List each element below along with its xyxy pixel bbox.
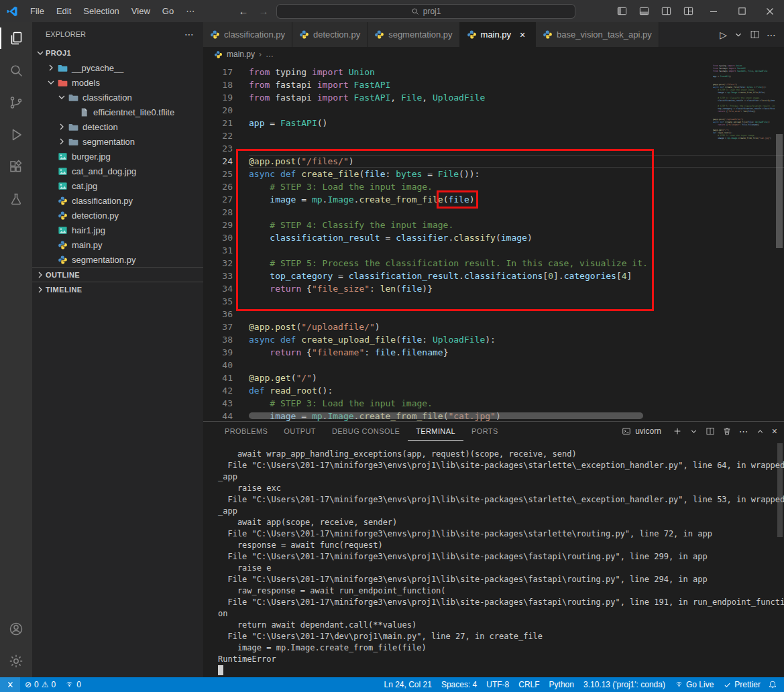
chevron-right-icon [35,270,46,280]
tab-base_vision_task_api.py[interactable]: base_vision_task_api.py [536,22,659,47]
horizontal-scrollbar[interactable] [249,412,643,419]
tree-item-burger.jpg[interactable]: burger.jpg [32,149,203,164]
tab-detection.py[interactable]: detection.py [292,22,368,47]
menu-more-icon[interactable]: ⋯ [180,0,201,22]
activity-search[interactable] [0,54,32,86]
menu-view[interactable]: View [125,0,156,22]
tree-item-main.py[interactable]: main.py [32,237,203,252]
tree-item-label: classification.py [72,196,133,206]
tree-item-efficientnet_lite0.tflite[interactable]: efficientnet_lite0.tflite [32,105,203,119]
project-root[interactable]: PROJ1 [32,46,203,60]
status-eol[interactable]: CRLF [514,680,544,689]
python-icon [56,239,68,250]
breadcrumb-more[interactable]: … [266,50,274,59]
activity-source-control[interactable] [0,86,32,119]
terminal-scrollbar[interactable] [777,443,783,537]
terminal-line: RuntimeError [218,654,784,665]
tree-item-__pycache__[interactable]: __pycache__ [32,60,203,75]
panel-tab-debug-console[interactable]: DEBUG CONSOLE [324,422,408,441]
status-python-interpreter[interactable]: 3.10.13 ('proj1': conda) [579,680,670,689]
toggle-secondary-sidebar-icon[interactable] [655,0,677,22]
more-actions-icon[interactable]: ⋯ [767,30,776,40]
menu-file[interactable]: File [24,0,50,22]
chevron-down-icon[interactable] [689,427,698,436]
section-timeline[interactable]: TIMELINE [32,282,203,296]
tree-item-detection.py[interactable]: detection.py [32,208,203,223]
section-outline[interactable]: OUTLINE [32,267,203,282]
status-prettier[interactable]: Prettier [718,680,765,689]
indent-spacer [46,210,56,221]
status-go-live[interactable]: Go Live [670,680,718,689]
image-icon [56,151,68,162]
tree-item-detection[interactable]: detection [32,119,203,134]
menu-go[interactable]: Go [156,0,180,22]
split-editor-icon[interactable] [750,30,760,40]
activity-explorer[interactable] [0,22,32,54]
minimap[interactable]: from typing import Unionfrom fastapi imp… [713,62,775,421]
tree-item-label: efficientnet_lite0.tflite [93,107,174,117]
status-cursor-position[interactable]: Ln 24, Col 21 [379,680,436,689]
tree-item-classification[interactable]: classification [32,90,203,105]
line-number: 17 [203,66,249,78]
breadcrumb-file[interactable]: main.py [227,50,255,59]
terminal-instance[interactable]: uvicorn [622,426,661,436]
close-panel-icon[interactable]: × [772,426,777,437]
back-icon[interactable]: ← [236,5,251,17]
tree-item-cat_and_dog.jpg[interactable]: cat_and_dog.jpg [32,164,203,178]
activity-settings[interactable] [0,645,32,677]
menu-edit[interactable]: Edit [50,0,77,22]
kill-terminal-icon[interactable] [722,426,732,436]
activity-extensions[interactable] [0,151,32,183]
status-indentation[interactable]: Spaces: 4 [437,680,482,689]
command-center[interactable]: proj1 [276,4,575,19]
tree-item-models[interactable]: models [32,75,203,90]
minimize-icon[interactable] [699,0,728,22]
menu-selection[interactable]: Selection [77,0,125,22]
status-label: CRLF [518,680,539,689]
split-terminal-icon[interactable] [706,426,715,436]
panel-tab-terminal[interactable]: TERMINAL [408,422,463,441]
tree-item-cat.jpg[interactable]: cat.jpg [32,178,203,193]
panel-tab-problems[interactable]: PROBLEMS [217,422,276,441]
tab-classification.py[interactable]: classification.py [203,22,292,47]
tree-item-segmentation.py[interactable]: segmentation.py [32,252,203,267]
tree-item-classification.py[interactable]: classification.py [32,193,203,208]
tab-main.py[interactable]: main.py× [460,22,537,47]
chevron-down-icon[interactable] [734,30,743,40]
tree-item-hair1.jpg[interactable]: hair1.jpg [32,223,203,237]
maximize-panel-icon[interactable] [756,427,765,436]
panel-tab-output[interactable]: OUTPUT [276,422,324,441]
terminal-output[interactable]: await wrap_app_handling_exceptions(app, … [203,441,784,677]
toggle-panel-icon[interactable] [633,0,655,22]
terminal-instance-label: uvicorn [635,426,661,436]
close-window-icon[interactable] [756,0,784,22]
panel-tab-list: PROBLEMSOUTPUTDEBUG CONSOLETERMINALPORTS [217,422,506,441]
chevron-right-icon: › [259,50,262,59]
problems-indicator[interactable]: ⊘ 0 ⚠ 0 [20,677,60,692]
run-python-file-icon[interactable]: ▷ [720,30,727,40]
new-terminal-icon[interactable] [673,426,682,436]
activity-testing[interactable] [0,183,32,215]
code-line-21: app = FastAPI() [249,117,784,129]
customize-layout-icon[interactable] [677,0,699,22]
bell-icon[interactable] [765,680,784,689]
tree-item-segmentation[interactable]: segmentation [32,134,203,149]
line-number: 43 [203,397,249,410]
terminal-line: File "C:\Users\201-17\miniforge3\envs\pr… [218,574,784,585]
tab-segmentation.py[interactable]: segmentation.py [368,22,459,47]
toggle-sidebar-icon[interactable] [611,0,633,22]
status-language-mode[interactable]: Python [545,680,579,689]
maximize-icon[interactable] [728,0,756,22]
explorer-more-actions-icon[interactable]: ⋯ [184,29,194,40]
broadcast-icon [675,681,683,689]
activity-account[interactable] [0,613,32,645]
panel-tab-ports[interactable]: PORTS [463,422,506,441]
indent-spacer [46,195,56,206]
vertical-scrollbar[interactable] [776,134,783,248]
panel-more-actions-icon[interactable]: ⋯ [739,426,748,437]
status-encoding[interactable]: UTF-8 [482,680,514,689]
activity-run-debug[interactable] [0,119,32,151]
close-tab-icon[interactable]: × [516,30,528,40]
ports-indicator[interactable]: 0 [60,677,86,692]
remote-indicator[interactable] [0,677,20,692]
